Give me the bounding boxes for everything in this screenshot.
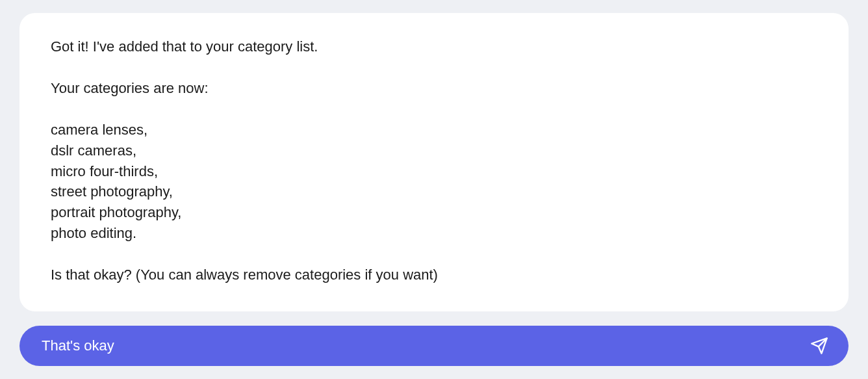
category-item: portrait photography, xyxy=(51,202,817,223)
category-item: camera lenses, xyxy=(51,120,817,140)
category-item: photo editing. xyxy=(51,223,817,244)
chat-input-bar[interactable]: That's okay xyxy=(19,326,849,366)
category-item: street photography, xyxy=(51,181,817,202)
message-confirm-question: Is that okay? (You can always remove cat… xyxy=(51,265,817,285)
category-list: camera lenses, dslr cameras, micro four-… xyxy=(51,120,817,244)
chat-input[interactable]: That's okay xyxy=(42,337,810,354)
message-subhead: Your categories are now: xyxy=(51,78,817,99)
assistant-message-card: Got it! I've added that to your category… xyxy=(19,13,849,311)
message-intro: Got it! I've added that to your category… xyxy=(51,36,817,57)
send-icon[interactable] xyxy=(810,336,829,356)
category-item: dslr cameras, xyxy=(51,140,817,161)
category-item: micro four-thirds, xyxy=(51,161,817,182)
